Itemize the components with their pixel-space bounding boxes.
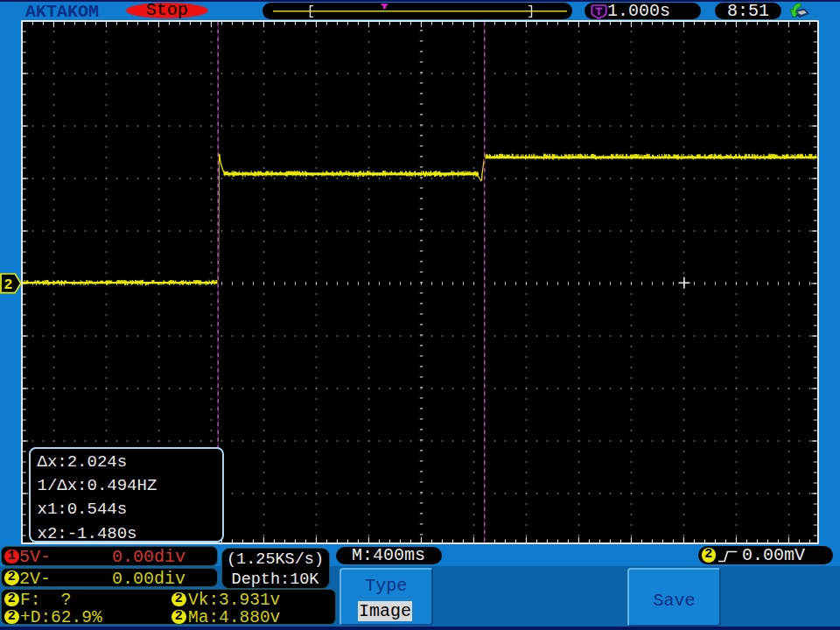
svg-text:2: 2 — [4, 276, 13, 293]
